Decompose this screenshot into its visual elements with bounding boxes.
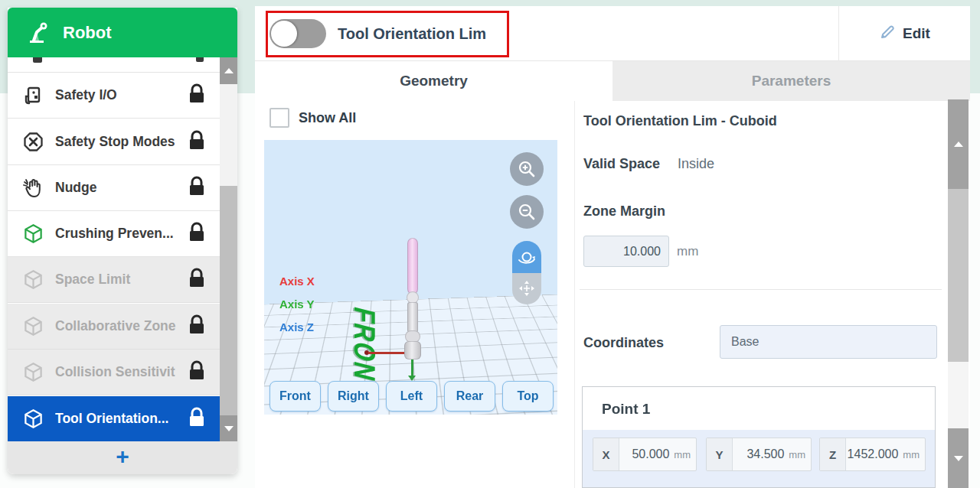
edit-label: Edit [903, 25, 930, 42]
axis-x-line [368, 352, 408, 354]
show-all-checkbox[interactable] [270, 108, 289, 128]
zoom-out-button[interactable] [510, 195, 544, 229]
pencil-icon [879, 24, 896, 44]
view-button-front[interactable]: Front [270, 381, 321, 412]
lock-icon-white [188, 407, 206, 431]
details-scrollbar [948, 99, 969, 488]
sidebar-header: Robot [8, 8, 237, 57]
sidebar-item-label: Collaborative Zone [55, 318, 191, 334]
valid-space-label: Valid Space [583, 156, 660, 172]
section-divider [580, 289, 942, 290]
robot-forearm [407, 302, 418, 333]
lock-icon [188, 268, 206, 291]
panel-header: Tool Orientation Lim Edit [255, 6, 970, 61]
sidebar-item-crushing-prevention[interactable]: Crushing Preven... [8, 211, 220, 257]
axis-x-label: Axis X [279, 275, 315, 288]
view-button-rear[interactable]: Rear [444, 381, 495, 412]
sidebar-item-safety-io[interactable]: Safety I/O [8, 73, 220, 119]
edit-button[interactable]: Edit [839, 6, 970, 61]
tab-geometry[interactable]: Geometry [255, 61, 612, 101]
pan-view-button[interactable] [512, 273, 541, 305]
axis-z-label: Axis Z [279, 320, 314, 333]
axis-y-line [411, 359, 413, 376]
show-all-label: Show All [299, 110, 356, 126]
sidebar-item-label: Space Limit [55, 272, 183, 288]
robot-settings-screen: Robot Safety I/O [0, 0, 980, 488]
view-button-left[interactable]: Left [386, 381, 437, 412]
point-1-section: Point 1 X 50.000 mm Y 34.500 mm Z 1452.0… [582, 386, 936, 488]
3d-viewer[interactable]: Axis X Axis Y Axis Z FRONT [264, 140, 557, 415]
view-button-top[interactable]: Top [502, 381, 554, 412]
axis-y-arrow [408, 376, 416, 381]
sidebar-item-label: Crushing Preven... [55, 226, 183, 242]
add-zone-button[interactable]: + [8, 441, 237, 474]
cube-icon-white [21, 408, 44, 431]
tab-parameters[interactable]: Parameters [612, 61, 970, 101]
z-unit: mm [901, 438, 925, 470]
sidebar-item-label: Nudge [55, 180, 183, 196]
sidebar-list: Safety I/O Safety Stop Modes [8, 57, 237, 441]
sidebar-item-label: Tool Orientation... [55, 411, 191, 427]
y-axis-tag: Y [707, 438, 733, 470]
lock-icon [188, 130, 206, 154]
x-axis-tag: X [593, 438, 619, 470]
details-scrollbar-thumb[interactable] [948, 189, 969, 362]
sidebar-item-collaborative-zone[interactable]: Collaborative Zone [8, 304, 220, 350]
sidebar-item-tool-orientation[interactable]: Tool Orientation... [8, 396, 220, 441]
details-scroll-up-button[interactable] [948, 99, 969, 189]
view-button-right[interactable]: Right [328, 381, 379, 412]
main-panel: Tool Orientation Lim Edit Geometry Param… [255, 6, 970, 488]
details-scroll-down-button[interactable] [948, 428, 969, 488]
coordinates-select[interactable]: Base [720, 325, 937, 359]
hand-icon [21, 177, 44, 200]
zone-title: Tool Orientation Lim - Cuboid [583, 113, 777, 129]
zone-margin-label: Zone Margin [583, 203, 665, 220]
cube-icon-gray [21, 315, 44, 338]
sidebar: Robot Safety I/O [8, 8, 237, 474]
y-value: 34.500 [733, 438, 787, 470]
show-all-control: Show All [270, 108, 356, 128]
view-control-pill [512, 241, 541, 304]
point-y-field[interactable]: Y 34.500 mm [706, 438, 812, 471]
sidebar-title: Robot [63, 23, 112, 43]
z-axis-tag: Z [820, 438, 846, 470]
sidebar-item-space-limit[interactable]: Space Limit [8, 257, 220, 303]
lock-icon [188, 83, 206, 107]
sidebar-item-safety-stop-modes[interactable]: Safety Stop Modes [8, 119, 220, 165]
zoom-in-button[interactable] [510, 152, 544, 186]
valid-space-value: Inside [678, 156, 714, 172]
plus-icon: + [116, 445, 129, 468]
column-divider [574, 101, 575, 488]
rotate-view-button[interactable] [512, 241, 541, 273]
zone-margin-unit: mm [677, 244, 698, 259]
tool-orientation-toggle[interactable] [270, 19, 326, 48]
stop-x-icon [21, 131, 44, 154]
point-title: Point 1 [602, 401, 650, 418]
point-z-field[interactable]: Z 1452.000 mm [819, 438, 926, 471]
toggle-label: Tool Orientation Lim [338, 6, 486, 61]
y-unit: mm [787, 438, 811, 470]
point-x-field[interactable]: X 50.000 mm [593, 438, 697, 471]
sidebar-item-label: Collision Sensitivit [55, 364, 191, 380]
cube-icon-green [21, 223, 44, 246]
lock-icon [188, 176, 206, 200]
sidebar-scrollbar [220, 57, 237, 441]
z-value: 1452.000 [846, 438, 901, 470]
sidebar-item-nudge[interactable]: Nudge [8, 165, 220, 211]
zone-margin-input[interactable]: 10.000 [583, 236, 669, 267]
lock-icon [188, 222, 206, 246]
point-values-row: X 50.000 mm Y 34.500 mm Z 1452.000 mm [583, 430, 935, 487]
cube-icon-gray [21, 268, 44, 291]
io-icon [21, 84, 44, 107]
lock-icon [188, 314, 206, 338]
sidebar-scrollbar-thumb[interactable] [220, 186, 237, 415]
sidebar-item-label: Safety I/O [55, 87, 183, 103]
clipped-lock-fragment [196, 57, 204, 62]
sidebar-scroll-up-button[interactable] [220, 57, 237, 84]
sidebar-scroll-down-button[interactable] [220, 415, 237, 441]
cube-icon-gray [21, 361, 44, 384]
sidebar-item-label: Safety Stop Modes [55, 134, 183, 150]
x-unit: mm [672, 438, 696, 470]
lock-icon [188, 360, 206, 384]
sidebar-item-collision-sensitivity[interactable]: Collision Sensitivit [8, 350, 220, 395]
